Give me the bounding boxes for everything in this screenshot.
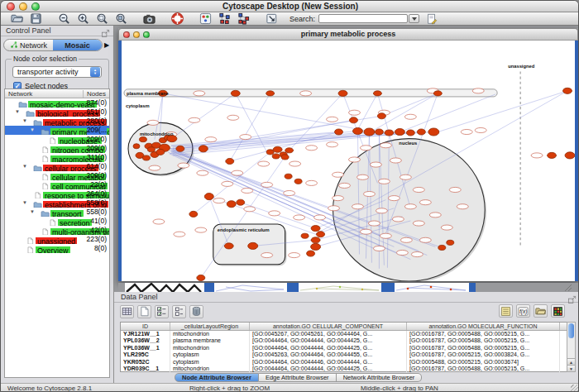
network-node-small[interactable] (328, 206, 340, 211)
network-node[interactable] (167, 136, 177, 142)
network-node[interactable] (294, 179, 302, 184)
network-node-small[interactable] (376, 208, 387, 213)
network-node-small[interactable] (441, 225, 452, 230)
network-node[interactable] (317, 232, 325, 237)
expander-icon[interactable]: ▼ (22, 162, 27, 171)
search-input[interactable] (318, 14, 408, 23)
network-node-small[interactable] (178, 163, 189, 168)
network-node-small[interactable] (360, 146, 371, 151)
network-node-small[interactable] (227, 115, 239, 120)
network-node[interactable] (176, 146, 184, 151)
network-node[interactable] (224, 243, 233, 249)
network-node[interactable] (447, 240, 454, 245)
tree-item-establishment-of-lo[interactable]: ▼establishment of lo558(0) (5, 198, 109, 208)
detach-panel-icon[interactable] (101, 26, 110, 36)
network-window-titlebar[interactable]: primary metabolic process (118, 28, 578, 41)
network-node-small[interactable] (413, 187, 424, 192)
network-node[interactable] (373, 91, 381, 96)
network-node-small[interactable] (284, 190, 295, 195)
annotation-editor-icon[interactable] (426, 13, 438, 25)
tab-mosaic[interactable]: Mosaic (53, 40, 102, 50)
network-node[interactable] (197, 275, 205, 280)
tree-item-primary-metabolic-process[interactable]: ▼primary metabolic process209(... (5, 126, 109, 135)
detach-panel-icon[interactable] (567, 293, 577, 302)
network-node[interactable] (248, 242, 258, 249)
snapshot-camera-icon[interactable] (143, 12, 156, 25)
network-node-small[interactable] (294, 215, 305, 220)
network-node-small[interactable] (195, 227, 207, 232)
expander-icon[interactable]: ▼ (22, 198, 27, 208)
delete-attribute-icon[interactable] (189, 305, 203, 318)
network-node-small[interactable] (197, 170, 208, 175)
network-node[interactable] (285, 174, 292, 179)
network-node[interactable] (352, 127, 362, 134)
network-node-small[interactable] (306, 180, 318, 185)
network-node-small[interactable] (373, 246, 385, 251)
network-node-small[interactable] (404, 114, 416, 119)
network-edge[interactable] (398, 94, 495, 133)
network-node-small[interactable] (269, 211, 280, 216)
zoom-region-icon[interactable] (115, 12, 127, 25)
network-node-small[interactable] (370, 162, 381, 167)
expander-icon[interactable]: ▼ (22, 117, 27, 126)
table-row[interactable]: YPL036W__1mitochondrion[GO:0044464, GO:0… (121, 345, 571, 351)
column-header[interactable]: _cellularLayoutRegion (170, 323, 250, 330)
column-header[interactable]: annotation.GO CELLULAR_COMPONENT (250, 323, 407, 330)
tree-item-nucleobase-[interactable]: nucleobase-209(0) (5, 135, 109, 144)
tab-network[interactable]: Network (4, 40, 53, 50)
new-attribute-icon[interactable] (137, 305, 151, 318)
network-node-small[interactable] (189, 117, 200, 122)
network-node-small[interactable] (404, 204, 416, 209)
network-node[interactable] (139, 137, 146, 142)
resize-grip[interactable] (571, 385, 579, 392)
scroll-up-icon[interactable]: ▲ (567, 358, 575, 365)
zoom-fit-icon[interactable] (96, 12, 108, 25)
tree-item-nitrogen-compo[interactable]: nitrogen compo209(0) (5, 144, 109, 153)
network-node[interactable] (307, 251, 315, 256)
network-node-small[interactable] (380, 143, 391, 148)
expander-icon[interactable]: ▼ (30, 126, 35, 135)
network-node[interactable] (231, 90, 240, 96)
network-node[interactable] (349, 117, 357, 123)
network-node-small[interactable] (419, 200, 431, 205)
expander-icon[interactable]: ▼ (15, 108, 20, 117)
tree-item-transport[interactable]: ▼transport558(0) (5, 208, 109, 217)
unselect-all-icon[interactable] (172, 305, 186, 318)
tree-item-biological-process[interactable]: ▼biological_process651(0) (5, 108, 109, 117)
network-node[interactable] (133, 144, 140, 149)
network-edge[interactable] (435, 91, 567, 133)
network-node[interactable] (199, 146, 208, 152)
network-node-small[interactable] (244, 207, 256, 212)
network-node-small[interactable] (475, 127, 486, 132)
search-dropdown-button[interactable] (409, 14, 419, 23)
network-node[interactable] (433, 91, 442, 96)
zoom-out-icon[interactable] (58, 12, 70, 25)
network-edge[interactable] (230, 93, 270, 161)
network-node[interactable] (395, 128, 404, 135)
network-node-small[interactable] (258, 161, 270, 166)
tree-item-response-to-stimulu[interactable]: response to stimulu264(0) (5, 189, 109, 198)
network-node[interactable] (428, 128, 439, 136)
network-node-small[interactable] (388, 196, 400, 201)
network-node-small[interactable] (419, 237, 431, 242)
network-node-small[interactable] (333, 196, 344, 201)
network-node-small[interactable] (240, 135, 251, 140)
network-node-small[interactable] (327, 117, 338, 122)
select-attributes-icon[interactable] (120, 305, 134, 318)
network-node-small[interactable] (356, 174, 368, 179)
network-node-small[interactable] (306, 146, 318, 151)
table-row[interactable]: YJR121W__1mitochondrion[GO:0045267, GO:0… (121, 331, 571, 337)
network-node-small[interactable] (149, 165, 160, 170)
network-node-small[interactable] (261, 182, 273, 187)
help-lifesaver-icon[interactable] (171, 12, 184, 25)
network-node[interactable] (311, 226, 320, 232)
network-node[interactable] (311, 237, 320, 243)
tree-item-secretion[interactable]: secretion41(0) (5, 217, 109, 226)
tree-item-metabolic-process[interactable]: ▼metabolic process280(0) (5, 117, 109, 126)
layout-nodes-b-icon[interactable] (237, 12, 250, 25)
matrix-view-icon[interactable] (551, 304, 565, 318)
network-node-small[interactable] (390, 158, 401, 163)
open-folder-icon[interactable] (11, 12, 23, 25)
tree-item-cell-communicat[interactable]: cell communicat22(0) (5, 180, 109, 189)
network-node[interactable] (147, 147, 155, 152)
